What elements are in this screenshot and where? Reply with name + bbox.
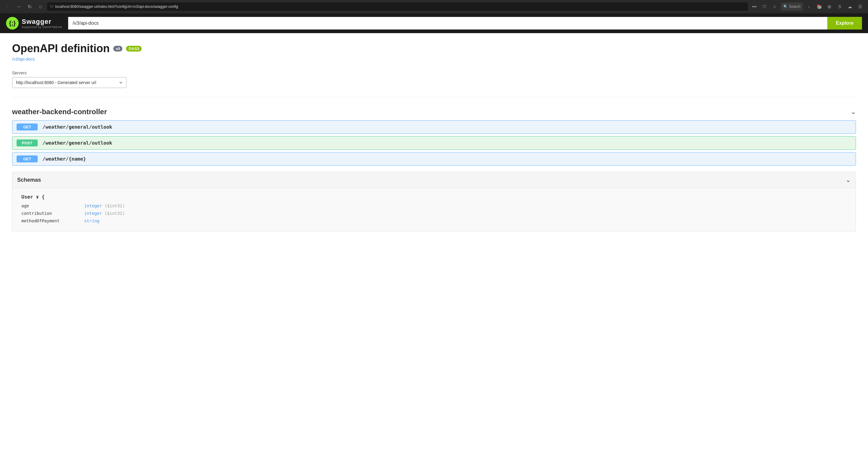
shield-button[interactable]: 🛡 <box>761 2 769 11</box>
servers-select[interactable]: http://localhost:8080 - Generated server… <box>12 77 127 88</box>
schema-field-name-contribution: contribution <box>22 210 82 217</box>
api-title: OpenAPI definition v0 OAS3 <box>12 42 856 55</box>
grid-button[interactable]: ⊞ <box>825 2 834 11</box>
method-badge-post-1: POST <box>17 139 38 147</box>
schema-field-type-methodofpayment: string <box>84 218 99 223</box>
section-divider <box>12 97 856 97</box>
api-title-text: OpenAPI definition <box>12 42 110 55</box>
more-button[interactable]: ••• <box>750 2 758 11</box>
schema-field-name-methodofpayment: methodOfPayment <box>22 217 82 225</box>
schemas-section: Schemas ⌄ User ∨ { age integer ($int32) … <box>12 172 856 231</box>
controller-header[interactable]: weather-backend-controller ⌄ <box>12 103 856 120</box>
swagger-url-bar: Explore <box>68 17 862 30</box>
menu-button[interactable]: ☰ <box>856 2 864 11</box>
endpoint-post-weather-general-outlook[interactable]: POST /weather/general/outlook <box>12 136 856 150</box>
controller-title: weather-backend-controller <box>12 107 107 116</box>
home-button[interactable]: ⌂ <box>36 2 44 11</box>
api-title-section: OpenAPI definition v0 OAS3 /v3/api-docs <box>12 42 856 61</box>
swagger-logo-sub: Supported by SMARTBEAR <box>22 26 62 29</box>
schema-field-type-contribution: integer <box>84 211 102 216</box>
reload-button[interactable]: ↻ <box>25 2 34 11</box>
badge-oas3: OAS3 <box>126 46 141 52</box>
schemas-chevron-down-icon: ⌄ <box>846 176 851 184</box>
schema-model-title[interactable]: User ∨ { <box>22 194 846 200</box>
forward-button[interactable]: → <box>14 2 23 11</box>
endpoint-get-weather-general-outlook[interactable]: GET /weather/general/outlook <box>12 120 856 134</box>
swagger-logo-icon: {;} <box>6 17 19 30</box>
schemas-body: User ∨ { age integer ($int32) contributi… <box>12 188 856 231</box>
search-placeholder-text: Search <box>789 4 801 9</box>
method-badge-get-2: GET <box>17 155 38 162</box>
browser-right-icons: ••• 🛡 ☆ 🔍 Search ↓ 📚 ⊞ S ☁ ☰ <box>750 2 864 11</box>
schema-field-methodofpayment: methodOfPayment string <box>22 217 846 225</box>
schema-field-age: age integer ($int32) <box>22 202 846 210</box>
address-bar[interactable]: 🛡 localhost:8080/swagger-ui/index.html?c… <box>47 2 748 11</box>
browser-search-bar[interactable]: 🔍 Search <box>781 2 803 11</box>
explore-button[interactable]: Explore <box>827 17 862 30</box>
swagger-main: OpenAPI definition v0 OAS3 /v3/api-docs … <box>0 33 868 241</box>
servers-label: Servers <box>12 70 856 75</box>
sync-button[interactable]: ☁ <box>846 2 854 11</box>
controller-section: weather-backend-controller ⌄ GET /weathe… <box>12 103 856 166</box>
bookmark-button[interactable]: ☆ <box>771 2 779 11</box>
swagger-url-input[interactable] <box>68 17 827 30</box>
schema-model-expand-icon: ∨ { <box>36 194 44 200</box>
back-button[interactable]: ← <box>4 2 12 11</box>
method-badge-get-1: GET <box>17 124 38 130</box>
schemas-header[interactable]: Schemas ⌄ <box>12 172 856 188</box>
schema-field-format-contribution: ($int32) <box>104 211 125 216</box>
chevron-down-icon: ⌄ <box>851 108 856 115</box>
schema-field-format-age: ($int32) <box>104 204 125 208</box>
api-docs-link[interactable]: /v3/api-docs <box>12 57 35 61</box>
endpoint-path-3: /weather/{name} <box>42 156 86 162</box>
swagger-logo-text: Swagger Supported by SMARTBEAR <box>22 18 62 29</box>
badge-v0: v0 <box>113 46 122 52</box>
schema-model-name: User <box>22 194 33 200</box>
schema-field-name-age: age <box>22 202 82 210</box>
browser-chrome: ← → ↻ ⌂ 🛡 localhost:8080/swagger-ui/inde… <box>0 0 868 13</box>
swagger-logo-name: Swagger <box>22 18 62 26</box>
search-icon: 🔍 <box>783 4 788 9</box>
shield-icon: 🛡 <box>50 5 53 8</box>
swagger-header: {;} Swagger Supported by SMARTBEAR Explo… <box>0 13 868 33</box>
download-button[interactable]: ↓ <box>805 2 813 11</box>
servers-section: Servers http://localhost:8080 - Generate… <box>12 70 856 88</box>
schema-field-type-age: integer <box>84 204 102 208</box>
endpoint-path-1: /weather/general/outlook <box>42 124 112 130</box>
swagger-logo: {;} Swagger Supported by SMARTBEAR <box>6 17 62 30</box>
endpoint-get-weather-name[interactable]: GET /weather/{name} <box>12 152 856 166</box>
schemas-title: Schemas <box>17 177 41 183</box>
schema-fields: age integer ($int32) contribution intege… <box>22 202 846 225</box>
schema-field-contribution: contribution integer ($int32) <box>22 210 846 217</box>
address-text: localhost:8080/swagger-ui/index.html?con… <box>55 4 178 9</box>
profile-button[interactable]: S <box>835 2 844 11</box>
library-button[interactable]: 📚 <box>815 2 824 11</box>
endpoint-path-2: /weather/general/outlook <box>42 140 112 146</box>
